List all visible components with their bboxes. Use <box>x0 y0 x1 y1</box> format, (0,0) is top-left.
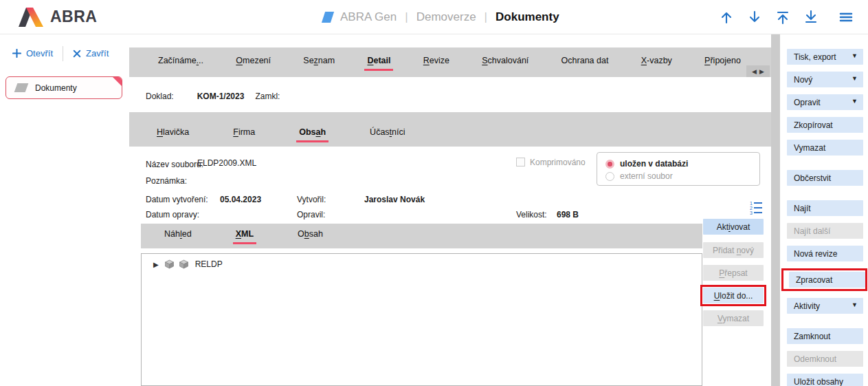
environment-label: Demoverze <box>416 10 476 24</box>
najit-button[interactable]: Najít <box>787 200 863 216</box>
novy-button[interactable]: Nový▼ <box>787 72 863 87</box>
xml-element-icon <box>178 259 190 270</box>
content-tab-strip: Náhled XML Obsah <box>141 224 702 248</box>
move-first-icon[interactable] <box>775 9 791 25</box>
tab-obsah[interactable]: Obsah <box>296 126 329 142</box>
najit-dalsi-button[interactable]: Najít další <box>787 223 863 239</box>
app-name: ABRA Gen <box>340 10 397 24</box>
chevron-down-icon: ▼ <box>852 301 858 308</box>
tab-hlavicka[interactable]: Hlavička <box>154 126 192 142</box>
chevron-down-icon: ▼ <box>852 52 858 59</box>
compressed-label: Komprimováno <box>530 158 586 167</box>
compressed-checkbox[interactable] <box>516 158 525 167</box>
vymazat-button[interactable]: Vymazat <box>787 140 863 156</box>
tab-seznam[interactable]: Seznam <box>300 54 337 71</box>
abra-gen-glyph-icon <box>321 12 333 23</box>
storage-option-external[interactable]: externí soubor <box>605 170 759 182</box>
aktivovat-button[interactable]: Aktivovat <box>703 219 764 235</box>
tree-expand-icon[interactable]: ▶ <box>153 261 159 268</box>
content-action-buttons: Aktivovat Přidat nový Přepsat Uložit do.… <box>700 219 766 326</box>
modified-by-label: Opravil: <box>297 210 325 219</box>
ulozit-do-button[interactable]: Uložit do... <box>703 288 764 303</box>
tab-nahled[interactable]: Náhled <box>162 228 194 244</box>
chevron-down-icon: ▼ <box>852 75 858 82</box>
created-date-label: Datum vytvoření: <box>146 195 208 204</box>
module-title: Dokumenty <box>496 10 559 24</box>
app-header: ABRA ABRA Gen | Demoverze | Dokumenty <box>0 0 868 34</box>
tab-revize[interactable]: Revize <box>421 54 452 71</box>
svg-text:2: 2 <box>750 206 753 211</box>
tab-obsah-inner[interactable]: Obsah <box>295 228 326 244</box>
action-panel: Tisk, export▼ Nový▼ Opravit▼ Zkopírovat … <box>780 34 868 386</box>
radio-unselected-icon[interactable] <box>605 172 614 181</box>
panel-splitter[interactable] <box>771 34 780 386</box>
note-label: Poznámka: <box>146 176 187 186</box>
plus-icon <box>12 49 21 58</box>
zamknout-button[interactable]: Zamknout <box>787 328 863 344</box>
ulozit-obsahy-button[interactable]: Uložit obsahy <box>787 374 863 386</box>
aktivity-button[interactable]: Aktivity▼ <box>787 298 863 314</box>
tab-ochrana-dat[interactable]: Ochrana dat <box>559 54 612 71</box>
tab-xml[interactable]: XML <box>233 228 256 244</box>
menu-icon[interactable] <box>838 9 854 25</box>
tab-scroll-right-icon[interactable]: ▶ <box>759 68 764 75</box>
close-module-button[interactable]: Zavřít <box>73 48 109 58</box>
vymazat-content-button[interactable]: Vymazat <box>703 310 764 326</box>
zpracovat-button[interactable]: Zpracovat <box>789 272 865 288</box>
created-by-label: Vytvořil: <box>297 195 326 204</box>
tab-schvalovani[interactable]: Schvalování <box>479 54 531 71</box>
svg-text:3: 3 <box>750 211 753 215</box>
module-toolbar: Otevřít Zavřít <box>0 34 129 72</box>
tab-detail[interactable]: Detail <box>364 54 393 71</box>
move-up-icon[interactable] <box>718 9 735 25</box>
radio-selected-icon[interactable] <box>605 160 614 169</box>
xml-element-icon <box>164 259 175 270</box>
logo-text: ABRA <box>50 8 97 26</box>
file-name-label: Název souboru: <box>146 160 203 169</box>
tab-firma[interactable]: Firma <box>230 126 258 142</box>
created-date-value: 05.04.2023 <box>220 195 261 204</box>
locked-label: Zamkl: <box>255 92 280 101</box>
nova-revize-button[interactable]: Nová revize <box>787 246 863 261</box>
abra-logo-icon <box>18 7 45 28</box>
file-name-value: ELDP2009.XML <box>197 158 256 168</box>
module-glyph-icon <box>14 83 29 92</box>
open-modules-sidebar: Otevřít Zavřít Dokumenty <box>0 34 129 386</box>
ulozit-do-highlight-box: Uložit do... <box>700 285 766 306</box>
detail-content-panel: Název souboru: ELDP2009.XML Komprimováno… <box>135 147 770 386</box>
tab-pripojeno[interactable]: Připojeno <box>702 54 744 71</box>
toolbar-divider <box>63 46 63 61</box>
sidebar-item-dokumenty[interactable]: Dokumenty <box>5 76 122 99</box>
obcerstvit-button[interactable]: Občerstvit <box>787 170 863 186</box>
tab-scroll-control: ◀ ▶ <box>746 65 770 77</box>
header-nav-icons <box>718 0 854 34</box>
odemknout-button[interactable]: Odemknout <box>787 351 863 367</box>
xml-tree-view[interactable]: ▶ RELDP <box>141 253 702 386</box>
active-corner-marker <box>113 77 122 86</box>
pridat-novy-button[interactable]: Přidat nový <box>703 242 764 258</box>
content-view-row: ▶ RELDP <box>135 253 770 386</box>
tab-scroll-left-icon[interactable]: ◀ <box>752 68 757 75</box>
storage-option-database[interactable]: uložen v databázi <box>605 158 759 170</box>
move-last-icon[interactable] <box>803 9 819 25</box>
opravit-button[interactable]: Opravit▼ <box>787 94 863 110</box>
size-label: Velikost: <box>516 210 547 219</box>
tab-zaciname[interactable]: Začínáme... <box>155 54 206 71</box>
xml-tree-root-row[interactable]: ▶ RELDP <box>153 259 702 270</box>
detail-tab-strip: Hlavička Firma Obsah Účastníci <box>129 112 771 147</box>
record-header-panel: Doklad: KOM-1/2023 Zamkl: <box>135 81 770 112</box>
open-module-button[interactable]: Otevřít <box>12 48 53 58</box>
numbered-list-icon[interactable]: 1 2 3 <box>748 200 764 216</box>
move-down-icon[interactable] <box>746 9 763 25</box>
tab-x-vazby[interactable]: X-vazby <box>638 54 675 71</box>
document-fields: Název souboru: ELDP2009.XML Komprimováno… <box>135 147 770 224</box>
tab-omezeni[interactable]: Omezení <box>233 54 274 71</box>
tab-ucastnici[interactable]: Účastníci <box>367 126 408 142</box>
created-by-value: Jaroslav Novák <box>364 195 425 204</box>
tisk-export-button[interactable]: Tisk, export▼ <box>787 49 863 65</box>
storage-option-group: uložen v databázi externí soubor <box>597 152 760 186</box>
zkopirovat-button[interactable]: Zkopírovat <box>787 117 863 133</box>
main-tab-strip: Začínáme... Omezení Seznam Detail Revize… <box>129 47 771 77</box>
prepsat-button[interactable]: Přepsat <box>703 265 764 281</box>
size-value: 698 B <box>557 210 579 219</box>
